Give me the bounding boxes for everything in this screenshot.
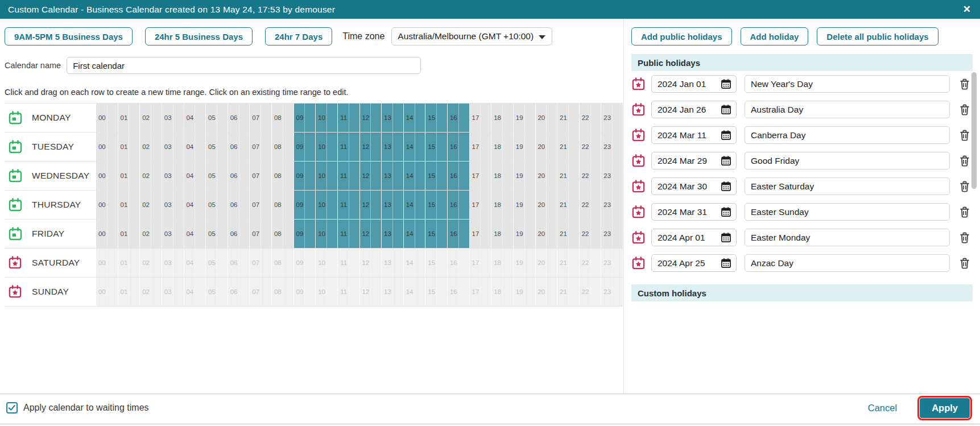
delete-holiday-icon[interactable] (958, 102, 971, 117)
hour-cell[interactable]: 04 (184, 104, 206, 132)
hour-cell[interactable]: 21 (557, 133, 580, 161)
apply-button[interactable]: Apply (920, 398, 970, 418)
hour-cell[interactable]: 02 (140, 162, 162, 190)
timezone-select[interactable]: Australia/Melbourne (GMT +10:00) (391, 27, 552, 46)
hour-cell[interactable]: 20 (536, 162, 558, 190)
hour-track[interactable]: 0001020304050607080910111213141516171819… (96, 133, 623, 161)
delete-holiday-icon[interactable] (958, 256, 971, 270)
hour-cell[interactable]: 12 (360, 220, 382, 248)
hour-cell[interactable]: 17 (470, 191, 492, 219)
hour-cell[interactable]: 03 (162, 220, 184, 248)
add-holiday-button[interactable]: Add holiday (741, 27, 809, 46)
hour-cell[interactable]: 10 (316, 191, 338, 219)
hour-cell[interactable]: 13 (382, 133, 404, 161)
hour-cell[interactable]: 08 (272, 191, 294, 219)
hour-cell[interactable]: 14 (404, 220, 426, 248)
date-picker-icon[interactable] (721, 130, 731, 140)
delete-holiday-icon[interactable] (958, 230, 971, 245)
holiday-date-input[interactable]: 2024 Jan 26 (651, 101, 737, 118)
hour-cell[interactable]: 05 (206, 220, 228, 248)
hour-cell[interactable]: 22 (580, 133, 602, 161)
preset-24hr-5days-button[interactable]: 24hr 5 Business Days (145, 27, 253, 46)
hour-cell[interactable]: 05 (206, 104, 228, 132)
hour-cell[interactable]: 17 (470, 220, 492, 248)
hour-track[interactable]: 0001020304050607080910111213141516171819… (96, 162, 623, 190)
hour-cell[interactable]: 11 (338, 220, 360, 248)
hour-cell[interactable]: 13 (382, 162, 404, 190)
hour-cell[interactable]: 20 (536, 191, 558, 219)
hour-cell[interactable]: 21 (557, 104, 580, 132)
hour-cell[interactable]: 01 (118, 133, 140, 161)
cancel-button[interactable]: Cancel (868, 403, 897, 413)
hour-cell[interactable]: 16 (448, 133, 470, 161)
hour-cell[interactable]: 09 (294, 220, 316, 248)
hour-cell[interactable]: 07 (250, 104, 272, 132)
hour-cell[interactable]: 15 (425, 191, 448, 219)
hour-cell[interactable]: 01 (118, 104, 140, 132)
hour-cell[interactable]: 12 (360, 104, 382, 132)
hour-cell[interactable]: 22 (580, 104, 602, 132)
hour-cell[interactable]: 18 (491, 104, 514, 132)
holiday-name-input[interactable]: Easter Sunday (745, 203, 950, 221)
hour-cell[interactable]: 12 (360, 133, 382, 161)
hour-cell[interactable]: 01 (118, 220, 140, 248)
hour-cell[interactable]: 22 (580, 162, 602, 190)
hour-cell[interactable]: 18 (491, 191, 514, 219)
hour-cell[interactable]: 23 (601, 104, 623, 132)
hour-cell[interactable]: 16 (448, 104, 470, 132)
hour-cell[interactable]: 08 (272, 104, 294, 132)
hour-cell[interactable]: 23 (601, 220, 623, 248)
holiday-date-input[interactable]: 2024 Apr 01 (651, 229, 737, 246)
hour-cell[interactable]: 06 (228, 220, 250, 248)
hour-cell[interactable]: 20 (536, 133, 558, 161)
holiday-name-input[interactable]: Good Friday (745, 152, 950, 169)
hour-cell[interactable]: 20 (536, 220, 558, 248)
hour-cell[interactable]: 07 (250, 162, 272, 190)
hour-cell[interactable]: 16 (448, 162, 470, 190)
date-picker-icon[interactable] (721, 78, 731, 89)
hour-cell[interactable]: 06 (228, 191, 250, 219)
hour-cell[interactable]: 18 (491, 220, 514, 248)
delete-holiday-icon[interactable] (958, 77, 971, 91)
holiday-name-input[interactable]: Canberra Day (745, 126, 950, 144)
hour-cell[interactable]: 02 (140, 220, 162, 248)
scrollbar-thumb[interactable] (971, 72, 977, 189)
hour-cell[interactable]: 00 (96, 191, 118, 219)
hour-cell[interactable]: 12 (360, 162, 382, 190)
hour-cell[interactable]: 19 (514, 104, 536, 132)
hour-track[interactable]: 0001020304050607080910111213141516171819… (96, 191, 623, 219)
date-picker-icon[interactable] (721, 232, 731, 243)
hour-cell[interactable]: 15 (425, 220, 448, 248)
hour-cell[interactable]: 17 (470, 133, 492, 161)
hour-cell[interactable]: 00 (96, 104, 118, 132)
preset-24hr-7days-button[interactable]: 24hr 7 Days (265, 27, 332, 46)
hour-cell[interactable]: 04 (184, 133, 206, 161)
hour-cell[interactable]: 06 (228, 104, 250, 132)
hour-cell[interactable]: 07 (250, 191, 272, 219)
holiday-date-input[interactable]: 2024 Mar 31 (651, 203, 737, 221)
hour-cell[interactable]: 03 (162, 104, 184, 132)
hour-cell[interactable]: 20 (536, 104, 558, 132)
hour-cell[interactable]: 16 (448, 191, 470, 219)
hour-cell[interactable]: 03 (162, 191, 184, 219)
date-picker-icon[interactable] (721, 104, 731, 115)
date-picker-icon[interactable] (721, 155, 731, 166)
holiday-name-input[interactable]: Easter Monday (745, 229, 950, 246)
hour-cell[interactable]: 10 (316, 133, 338, 161)
delete-holiday-icon[interactable] (958, 154, 971, 168)
hour-cell[interactable]: 15 (425, 162, 448, 190)
hour-cell[interactable]: 13 (382, 220, 404, 248)
hour-cell[interactable]: 14 (404, 191, 426, 219)
hour-cell[interactable]: 21 (557, 191, 580, 219)
hour-cell[interactable]: 05 (206, 191, 228, 219)
hour-cell[interactable]: 04 (184, 220, 206, 248)
hour-cell[interactable]: 11 (338, 104, 360, 132)
hour-cell[interactable]: 05 (206, 133, 228, 161)
delete-all-public-holidays-button[interactable]: Delete all public holidays (817, 27, 938, 46)
hour-cell[interactable]: 15 (425, 133, 448, 161)
preset-9am-5pm-button[interactable]: 9AM-5PM 5 Business Days (5, 27, 133, 46)
hour-cell[interactable]: 19 (514, 133, 536, 161)
close-icon[interactable]: ✕ (963, 5, 971, 14)
hour-track[interactable]: 0001020304050607080910111213141516171819… (96, 104, 623, 132)
hour-cell[interactable]: 04 (184, 162, 206, 190)
